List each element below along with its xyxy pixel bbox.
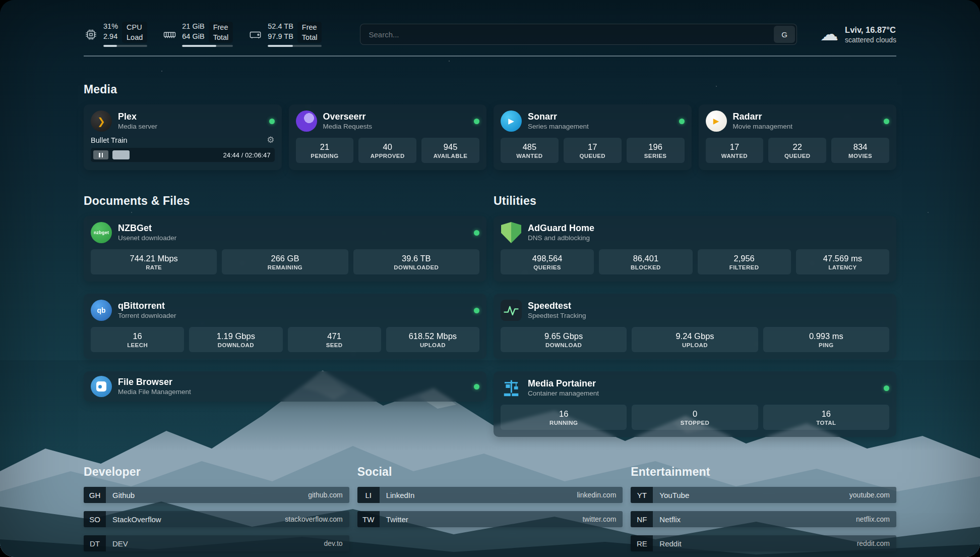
- bookmark-url: netflix.com: [856, 515, 890, 523]
- stat-label: AVAILABLE: [434, 153, 468, 159]
- nzbget-card[interactable]: nzbget NZBGet Usenet downloader 744.21 M…: [84, 216, 486, 282]
- bookmark-stackoverflow[interactable]: SO StackOverflow stackoverflow.com: [84, 511, 349, 527]
- sonarr-status-dot: [679, 119, 685, 124]
- sonarr-card[interactable]: ▶ Sonarr Series management 485 WANTED: [494, 104, 692, 170]
- documents-section-title: Documents & Files: [84, 194, 486, 208]
- bookmark-name: LinkedIn: [386, 491, 415, 499]
- ram-label-2: Total: [213, 33, 229, 42]
- bookmark-abbr: YT: [631, 487, 653, 503]
- stat-tile: 17 WANTED: [706, 138, 764, 163]
- stat-value: 22: [793, 142, 802, 152]
- speedtest-card[interactable]: Speedtest Speedtest Tracking 9.65 Gbps D…: [494, 294, 896, 359]
- bookmark-linkedin[interactable]: LI LinkedIn linkedin.com: [357, 487, 623, 503]
- stat-tile: 945 AVAILABLE: [421, 138, 479, 163]
- stat-label: FILTERED: [729, 264, 759, 270]
- qbittorrent-card[interactable]: qb qBittorrent Torrent downloader 16 LEE…: [84, 294, 486, 359]
- bookmark-name: Twitter: [386, 515, 408, 524]
- section-documents-files: Documents & Files nzbget NZBGet Usenet d…: [84, 194, 486, 402]
- stat-label: SEED: [326, 342, 343, 348]
- portainer-card[interactable]: Media Portainer Container management 16 …: [494, 371, 896, 437]
- bookmark-github[interactable]: GH Github github.com: [84, 487, 349, 503]
- radarr-subtitle: Movie management: [733, 123, 793, 130]
- search-engine-button[interactable]: G: [774, 26, 795, 43]
- stat-tile: 471 SEED: [288, 327, 381, 352]
- portainer-name: Media Portainer: [528, 379, 599, 389]
- developer-section-title: Developer: [84, 465, 349, 479]
- section-social: Social LI LinkedIn linkedin.com TW Twitt…: [357, 465, 623, 551]
- filebrowser-subtitle: Media File Management: [118, 388, 191, 396]
- bookmark-youtube[interactable]: YT YouTube youtube.com: [631, 487, 896, 503]
- adguard-card[interactable]: AdGuard Home DNS and adblocking 498,564 …: [494, 216, 896, 282]
- stat-label: TOTAL: [816, 420, 836, 426]
- pause-button[interactable]: [93, 150, 108, 159]
- cpu-icon: [84, 27, 98, 41]
- dashboard-screen: 31% 2.94 CPU Load: [0, 0, 980, 557]
- bookmark-netflix[interactable]: NF Netflix netflix.com: [631, 511, 896, 527]
- stat-value: 618.52 Mbps: [409, 331, 457, 341]
- bookmark-url: youtube.com: [849, 491, 890, 499]
- plex-subtitle: Media server: [118, 123, 157, 130]
- radarr-icon: ▶: [706, 110, 727, 132]
- stat-value: 498,564: [532, 254, 563, 263]
- weather-widget[interactable]: ☁ Lviv, 16.87°C scattered clouds: [820, 25, 896, 44]
- bookmark-url: github.com: [308, 491, 342, 499]
- stat-tile: 0 STOPPED: [632, 405, 758, 430]
- plex-status-dot: [269, 119, 275, 124]
- stat-label: DOWNLOAD: [545, 342, 582, 348]
- stat-tile: 266 GB REMAINING: [222, 249, 348, 274]
- bookmark-url: reddit.com: [857, 539, 890, 547]
- bookmark-name: Github: [112, 491, 135, 499]
- adguard-icon: [501, 222, 522, 243]
- stat-tile: 16 RUNNING: [501, 405, 627, 430]
- ram-usage-bar: [182, 45, 233, 47]
- stat-label: DOWNLOAD: [218, 342, 254, 348]
- bookmark-abbr: SO: [84, 511, 106, 527]
- stat-label: WANTED: [516, 153, 542, 159]
- stat-label: QUERIES: [533, 264, 561, 270]
- overseerr-subtitle: Media Requests: [323, 123, 373, 130]
- sonarr-subtitle: Series management: [528, 123, 589, 130]
- bookmark-dev[interactable]: DT DEV dev.to: [84, 535, 349, 551]
- stat-value: 86,401: [633, 254, 658, 263]
- radarr-name: Radarr: [733, 112, 793, 122]
- stat-tile: 2,956 FILTERED: [698, 249, 791, 274]
- stat-label: LEECH: [127, 342, 148, 348]
- stat-value: 40: [383, 142, 392, 152]
- filebrowser-icon: [91, 376, 112, 397]
- stat-tile: 39.6 TB DOWNLOADED: [353, 249, 479, 274]
- stat-tile: 16 LEECH: [91, 327, 184, 352]
- stat-value: 0.993 ms: [809, 331, 843, 341]
- stat-label: LATENCY: [828, 264, 856, 270]
- bookmark-twitter[interactable]: TW Twitter twitter.com: [357, 511, 623, 527]
- weather-condition: scattered clouds: [845, 36, 896, 44]
- weather-location: Lviv, 16.87°C: [845, 25, 896, 35]
- stat-value: 1.19 Gbps: [217, 331, 255, 341]
- radarr-status-dot: [884, 119, 889, 124]
- sonarr-name: Sonarr: [528, 112, 589, 122]
- stat-label: BLOCKED: [631, 264, 661, 270]
- cloud-icon: ☁: [820, 25, 838, 43]
- stat-tile: 22 QUEUED: [768, 138, 826, 163]
- search-input[interactable]: [360, 24, 797, 45]
- filebrowser-card[interactable]: File Browser Media File Management: [84, 371, 486, 402]
- settings-gear-icon[interactable]: ⚙: [267, 136, 274, 144]
- bookmark-abbr: LI: [357, 487, 380, 503]
- stat-value: 21: [320, 142, 329, 152]
- bookmark-name: Reddit: [659, 539, 681, 548]
- section-media: Media ❯ Plex Media server Bullet Train: [84, 83, 896, 170]
- speedtest-name: Speedtest: [528, 301, 586, 311]
- disk-total-value: 97.9 TB: [268, 32, 293, 41]
- qbittorrent-status-dot: [474, 308, 479, 313]
- stat-tile: 498,564 QUERIES: [501, 249, 594, 274]
- stat-value: 196: [648, 142, 662, 152]
- ram-total-value: 64 GiB: [182, 32, 204, 41]
- cpu-label-2: Load: [127, 33, 143, 42]
- stat-value: 2,956: [733, 254, 754, 263]
- radarr-card[interactable]: ▶ Radarr Movie management 17 WANTED: [699, 104, 897, 170]
- bookmark-reddit[interactable]: RE Reddit reddit.com: [631, 535, 896, 551]
- overseerr-card[interactable]: Overseerr Media Requests 21 PENDING 40 A…: [289, 104, 487, 170]
- social-section-title: Social: [357, 465, 623, 479]
- disk-widget: 52.4 TB 97.9 TB Free Total: [248, 22, 322, 46]
- playback-progress-bar[interactable]: [112, 150, 219, 159]
- plex-card[interactable]: ❯ Plex Media server Bullet Train ⚙: [84, 104, 282, 170]
